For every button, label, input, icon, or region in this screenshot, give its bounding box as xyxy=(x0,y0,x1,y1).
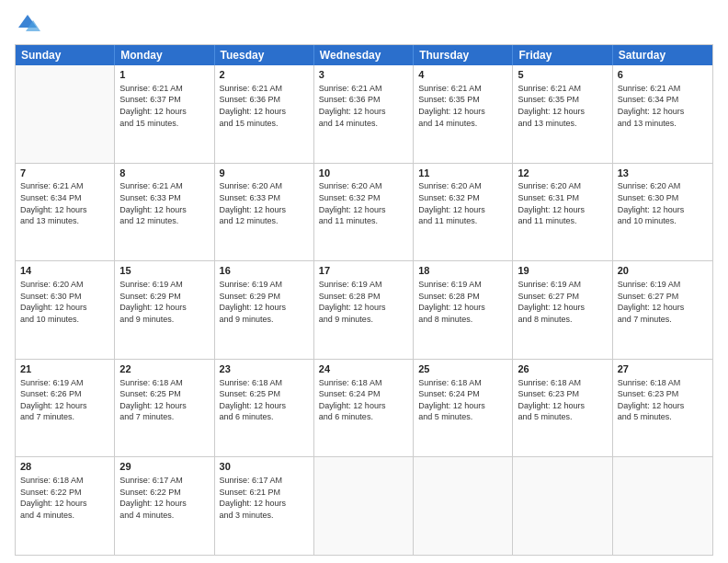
day-number: 17 xyxy=(319,264,408,278)
cell-info: Sunrise: 6:18 AM Sunset: 6:23 PM Dayligh… xyxy=(618,377,708,423)
cell-info: Sunrise: 6:21 AM Sunset: 6:37 PM Dayligh… xyxy=(119,83,209,129)
day-number: 2 xyxy=(220,68,309,82)
day-number: 4 xyxy=(418,68,507,82)
cal-cell: 25Sunrise: 6:18 AM Sunset: 6:24 PM Dayli… xyxy=(414,360,513,457)
cell-info: Sunrise: 6:18 AM Sunset: 6:23 PM Dayligh… xyxy=(518,377,607,423)
cal-cell: 30Sunrise: 6:17 AM Sunset: 6:21 PM Dayli… xyxy=(215,457,314,555)
cell-info: Sunrise: 6:21 AM Sunset: 6:35 PM Dayligh… xyxy=(518,83,607,129)
day-number: 22 xyxy=(119,362,209,376)
cell-info: Sunrise: 6:20 AM Sunset: 6:32 PM Dayligh… xyxy=(319,180,408,226)
cal-cell: 14Sunrise: 6:20 AM Sunset: 6:30 PM Dayli… xyxy=(16,261,115,359)
day-number: 16 xyxy=(220,264,309,278)
day-number: 26 xyxy=(518,362,607,376)
cal-week-3: 14Sunrise: 6:20 AM Sunset: 6:30 PM Dayli… xyxy=(16,261,712,360)
day-number: 20 xyxy=(618,264,708,278)
cal-cell: 23Sunrise: 6:18 AM Sunset: 6:25 PM Dayli… xyxy=(215,360,314,457)
cal-cell: 8Sunrise: 6:21 AM Sunset: 6:33 PM Daylig… xyxy=(115,164,214,261)
cal-cell: 1Sunrise: 6:21 AM Sunset: 6:37 PM Daylig… xyxy=(115,65,214,163)
cell-info: Sunrise: 6:19 AM Sunset: 6:26 PM Dayligh… xyxy=(20,377,109,423)
cal-cell: 26Sunrise: 6:18 AM Sunset: 6:23 PM Dayli… xyxy=(513,360,612,457)
cal-cell: 11Sunrise: 6:20 AM Sunset: 6:32 PM Dayli… xyxy=(414,164,513,261)
cal-cell: 21Sunrise: 6:19 AM Sunset: 6:26 PM Dayli… xyxy=(16,360,115,457)
day-number: 25 xyxy=(418,362,507,376)
day-number: 21 xyxy=(20,362,109,376)
cell-info: Sunrise: 6:21 AM Sunset: 6:36 PM Dayligh… xyxy=(220,83,309,129)
cal-cell: 9Sunrise: 6:20 AM Sunset: 6:33 PM Daylig… xyxy=(215,164,314,261)
cal-header-wednesday: Wednesday xyxy=(314,45,414,65)
day-number: 11 xyxy=(418,167,507,180)
cell-info: Sunrise: 6:17 AM Sunset: 6:21 PM Dayligh… xyxy=(220,475,309,521)
logo-icon xyxy=(15,11,40,37)
cal-week-1: 1Sunrise: 6:21 AM Sunset: 6:37 PM Daylig… xyxy=(16,65,712,164)
cell-info: Sunrise: 6:19 AM Sunset: 6:28 PM Dayligh… xyxy=(418,279,507,325)
cal-header-tuesday: Tuesday xyxy=(215,45,314,65)
cal-cell: 10Sunrise: 6:20 AM Sunset: 6:32 PM Dayli… xyxy=(314,164,414,261)
cal-header-thursday: Thursday xyxy=(414,45,513,65)
cal-cell xyxy=(613,457,712,555)
cal-cell: 16Sunrise: 6:19 AM Sunset: 6:29 PM Dayli… xyxy=(215,261,314,359)
cell-info: Sunrise: 6:20 AM Sunset: 6:30 PM Dayligh… xyxy=(618,180,708,226)
day-number: 28 xyxy=(20,460,109,474)
day-number: 15 xyxy=(119,264,209,278)
cal-cell xyxy=(314,457,414,555)
cell-info: Sunrise: 6:19 AM Sunset: 6:27 PM Dayligh… xyxy=(618,279,708,325)
cell-info: Sunrise: 6:18 AM Sunset: 6:24 PM Dayligh… xyxy=(418,377,507,423)
cal-cell xyxy=(16,65,115,163)
calendar-body: 1Sunrise: 6:21 AM Sunset: 6:37 PM Daylig… xyxy=(16,65,712,555)
day-number: 9 xyxy=(220,167,309,180)
cal-cell: 4Sunrise: 6:21 AM Sunset: 6:35 PM Daylig… xyxy=(414,65,513,163)
day-number: 8 xyxy=(119,167,209,180)
cell-info: Sunrise: 6:20 AM Sunset: 6:31 PM Dayligh… xyxy=(518,180,607,226)
day-number: 18 xyxy=(418,264,507,278)
day-number: 10 xyxy=(319,167,408,180)
day-number: 12 xyxy=(518,167,607,180)
cal-cell: 19Sunrise: 6:19 AM Sunset: 6:27 PM Dayli… xyxy=(513,261,612,359)
cell-info: Sunrise: 6:18 AM Sunset: 6:22 PM Dayligh… xyxy=(20,475,109,521)
cell-info: Sunrise: 6:19 AM Sunset: 6:29 PM Dayligh… xyxy=(220,279,309,325)
cell-info: Sunrise: 6:21 AM Sunset: 6:36 PM Dayligh… xyxy=(319,83,408,129)
cal-cell: 7Sunrise: 6:21 AM Sunset: 6:34 PM Daylig… xyxy=(16,164,115,261)
cal-cell: 6Sunrise: 6:21 AM Sunset: 6:34 PM Daylig… xyxy=(613,65,712,163)
cal-cell: 12Sunrise: 6:20 AM Sunset: 6:31 PM Dayli… xyxy=(513,164,612,261)
cell-info: Sunrise: 6:18 AM Sunset: 6:24 PM Dayligh… xyxy=(319,377,408,423)
cell-info: Sunrise: 6:17 AM Sunset: 6:22 PM Dayligh… xyxy=(119,475,209,521)
calendar: SundayMondayTuesdayWednesdayThursdayFrid… xyxy=(15,44,713,556)
cal-header-sunday: Sunday xyxy=(16,45,115,65)
cal-week-2: 7Sunrise: 6:21 AM Sunset: 6:34 PM Daylig… xyxy=(16,164,712,262)
day-number: 19 xyxy=(518,264,607,278)
cal-cell: 18Sunrise: 6:19 AM Sunset: 6:28 PM Dayli… xyxy=(414,261,513,359)
cell-info: Sunrise: 6:20 AM Sunset: 6:33 PM Dayligh… xyxy=(220,180,309,226)
cell-info: Sunrise: 6:19 AM Sunset: 6:27 PM Dayligh… xyxy=(518,279,607,325)
day-number: 23 xyxy=(220,362,309,376)
cal-cell: 2Sunrise: 6:21 AM Sunset: 6:36 PM Daylig… xyxy=(215,65,314,163)
day-number: 24 xyxy=(319,362,408,376)
cal-cell: 17Sunrise: 6:19 AM Sunset: 6:28 PM Dayli… xyxy=(314,261,414,359)
cal-cell: 20Sunrise: 6:19 AM Sunset: 6:27 PM Dayli… xyxy=(613,261,712,359)
cal-cell: 5Sunrise: 6:21 AM Sunset: 6:35 PM Daylig… xyxy=(513,65,612,163)
cal-cell xyxy=(414,457,513,555)
cal-cell: 29Sunrise: 6:17 AM Sunset: 6:22 PM Dayli… xyxy=(115,457,214,555)
cell-info: Sunrise: 6:18 AM Sunset: 6:25 PM Dayligh… xyxy=(220,377,309,423)
cal-week-4: 21Sunrise: 6:19 AM Sunset: 6:26 PM Dayli… xyxy=(16,360,712,458)
cal-cell: 22Sunrise: 6:18 AM Sunset: 6:25 PM Dayli… xyxy=(115,360,214,457)
cell-info: Sunrise: 6:21 AM Sunset: 6:35 PM Dayligh… xyxy=(418,83,507,129)
cal-cell: 15Sunrise: 6:19 AM Sunset: 6:29 PM Dayli… xyxy=(115,261,214,359)
day-number: 5 xyxy=(518,68,607,82)
cell-info: Sunrise: 6:20 AM Sunset: 6:32 PM Dayligh… xyxy=(418,180,507,226)
day-number: 6 xyxy=(618,68,708,82)
cal-header-monday: Monday xyxy=(115,45,214,65)
cell-info: Sunrise: 6:19 AM Sunset: 6:29 PM Dayligh… xyxy=(119,279,209,325)
cell-info: Sunrise: 6:21 AM Sunset: 6:34 PM Dayligh… xyxy=(20,180,109,226)
day-number: 29 xyxy=(119,460,209,474)
cell-info: Sunrise: 6:20 AM Sunset: 6:30 PM Dayligh… xyxy=(20,279,109,325)
cal-cell: 24Sunrise: 6:18 AM Sunset: 6:24 PM Dayli… xyxy=(314,360,414,457)
day-number: 7 xyxy=(20,167,109,180)
cal-header-saturday: Saturday xyxy=(613,45,712,65)
cell-info: Sunrise: 6:21 AM Sunset: 6:33 PM Dayligh… xyxy=(119,180,209,226)
calendar-header: SundayMondayTuesdayWednesdayThursdayFrid… xyxy=(16,45,712,65)
cal-cell: 27Sunrise: 6:18 AM Sunset: 6:23 PM Dayli… xyxy=(613,360,712,457)
day-number: 27 xyxy=(618,362,708,376)
cell-info: Sunrise: 6:18 AM Sunset: 6:25 PM Dayligh… xyxy=(119,377,209,423)
cell-info: Sunrise: 6:19 AM Sunset: 6:28 PM Dayligh… xyxy=(319,279,408,325)
cal-cell: 28Sunrise: 6:18 AM Sunset: 6:22 PM Dayli… xyxy=(16,457,115,555)
